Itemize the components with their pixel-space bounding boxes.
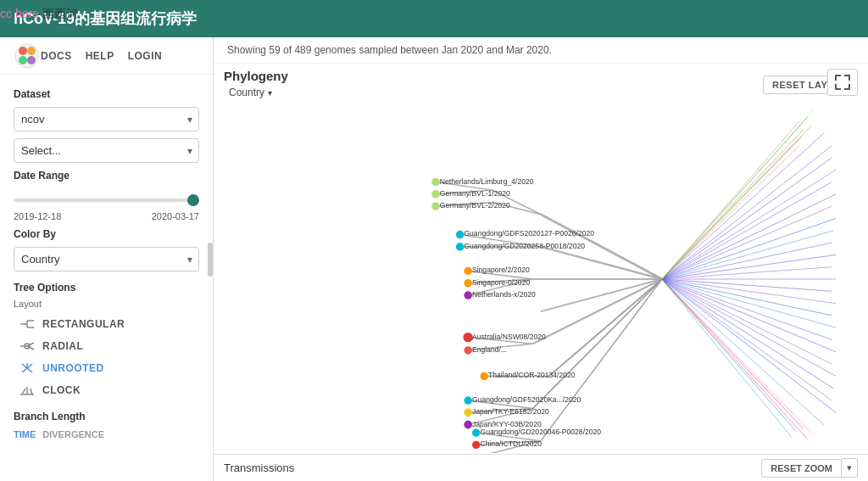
date-range-slider[interactable]	[14, 199, 199, 202]
svg-line-21	[31, 389, 32, 394]
radial-icon	[19, 339, 36, 353]
sidebar-resize-handle[interactable]	[208, 37, 213, 481]
clock-icon	[19, 383, 36, 397]
branch-length-label: Branch Length	[14, 411, 199, 422]
branch-time[interactable]: TIME	[14, 429, 36, 439]
svg-text:Beijing/2020: Beijing/2020	[480, 452, 520, 453]
country-filter-label: Country	[229, 87, 264, 98]
clock-label: CLOCK	[42, 384, 81, 396]
svg-point-81	[456, 231, 465, 239]
svg-line-13	[22, 364, 27, 368]
dataset-second-select[interactable]: Select...	[14, 138, 199, 163]
layout-radial[interactable]: RADIAL	[14, 336, 199, 356]
info-text: Showing 59 of 489 genomes sampled betwee…	[227, 44, 552, 56]
reset-zoom-button[interactable]: RESET ZOOM	[761, 459, 842, 478]
date-end: 2020-03-17	[152, 211, 199, 221]
main-area: Showing 59 of 489 genomes sampled betwee…	[214, 37, 868, 481]
svg-point-90	[464, 291, 472, 299]
svg-text:Guangdong/GDFS2020127-P0026/20: Guangdong/GDFS2020127-P0026/2020	[464, 229, 594, 238]
svg-point-115	[472, 428, 481, 437]
radial-label: RADIAL	[42, 340, 83, 352]
svg-text:Australia/NSW08/2020: Australia/NSW08/2020	[472, 333, 546, 341]
svg-text:Germany/BVL-1/2020: Germany/BVL-1/2020	[440, 189, 510, 198]
transmissions-bar: Transmissions RESET ZOOM ▾	[214, 454, 868, 481]
unrooted-icon	[19, 361, 36, 375]
svg-text:Guangdong/GD2020046-P0028/2020: Guangdong/GD2020046-P0028/2020	[480, 428, 601, 436]
nav-login[interactable]: LOGIN	[128, 50, 163, 62]
sidebar-nav: DOCS HELP LOGIN	[0, 37, 213, 75]
color-by-label: Color By	[14, 228, 199, 240]
date-range-section: Date Range 2019-12-18 2020-03-17	[14, 170, 199, 221]
svg-point-116	[472, 441, 481, 450]
tree-options-title: Tree Options	[14, 282, 199, 294]
sidebar-content: Dataset ncov Select... Date Range 2019-1…	[0, 75, 213, 481]
nav-links: DOCS HELP LOGIN	[41, 50, 162, 62]
branch-length-section: Branch Length TIME DIVERGENCE	[14, 411, 199, 439]
svg-text:Germany/BVL-2/2020: Germany/BVL-2/2020	[440, 201, 510, 210]
branch-options: TIME DIVERGENCE	[14, 429, 199, 439]
nav-help[interactable]: HELP	[86, 50, 114, 62]
svg-point-74	[431, 190, 440, 199]
watermark: cc here 西西河	[0, 7, 78, 22]
svg-point-1	[19, 47, 27, 55]
svg-text:Netherlands/Limburg_4/2020: Netherlands/Limburg_4/2020	[440, 176, 534, 185]
svg-text:Guangdong/GDF52020Ka.../2020: Guangdong/GDF52020Ka.../2020	[472, 395, 581, 404]
svg-text:Japan/TKY-E6182/2020: Japan/TKY-E6182/2020	[472, 407, 549, 416]
phylogeny-title: Phylogeny	[224, 69, 288, 83]
layout-unrooted[interactable]: UNROOTED	[14, 358, 199, 378]
country-filter[interactable]: Country ▾	[224, 85, 288, 100]
svg-text:Guangdong/GD2020258-P0018/2020: Guangdong/GD2020258-P0018/2020	[464, 242, 585, 250]
svg-line-14	[27, 364, 32, 368]
svg-text:Thailand/COR-20134/2020: Thailand/COR-20134/2020	[488, 371, 576, 379]
date-start: 2019-12-18	[14, 211, 61, 221]
nav-docs[interactable]: DOCS	[41, 50, 72, 62]
svg-point-88	[464, 267, 472, 276]
reset-zoom-wrapper: RESET ZOOM ▾	[761, 458, 858, 478]
color-by-select[interactable]: Country	[14, 247, 199, 271]
phylogeny-canvas[interactable]: Netherlands/Limburg_4/2020 Germany/BVL-1…	[214, 105, 868, 453]
svg-text:Singapore-0/2020: Singapore-0/2020	[472, 278, 530, 287]
sidebar: DOCS HELP LOGIN Dataset ncov Select... D…	[0, 37, 214, 481]
svg-point-4	[27, 56, 36, 64]
layout-label: Layout	[14, 299, 199, 309]
app-header: hCoV-19的基因组流行病学	[0, 0, 868, 37]
slider-container	[14, 188, 199, 208]
layout-clock[interactable]: CLOCK	[14, 380, 199, 400]
svg-text:China/ICTDU/2020: China/ICTDU/2020	[480, 439, 542, 448]
phylogeny-header: Phylogeny Country ▾ RESET LAYOUT	[214, 64, 868, 105]
branch-divergence[interactable]: DIVERGENCE	[42, 429, 104, 439]
svg-text:England/...: England/...	[472, 345, 507, 354]
expand-button[interactable]	[827, 69, 858, 96]
svg-line-19	[22, 389, 25, 394]
svg-text:Japan/KYY-03B/2020: Japan/KYY-03B/2020	[472, 420, 542, 428]
transmissions-label: Transmissions	[224, 461, 294, 474]
reset-zoom-dropdown[interactable]: ▾	[842, 458, 858, 478]
dataset-second-select-wrapper: Select...	[14, 138, 199, 163]
svg-line-15	[27, 368, 32, 372]
info-bar: Showing 59 of 489 genomes sampled betwee…	[214, 37, 868, 64]
layout-rectangular[interactable]: RECTANGULAR	[14, 314, 199, 334]
rectangular-icon	[19, 317, 36, 331]
dataset-select-wrapper: ncov	[14, 107, 199, 131]
dataset-label: Dataset	[14, 88, 199, 100]
svg-point-89	[464, 279, 472, 288]
svg-point-106	[464, 396, 472, 405]
watermark-chinese: 西西河	[42, 7, 78, 20]
svg-point-107	[464, 409, 472, 417]
country-filter-chevron: ▾	[268, 88, 272, 98]
layout-options: RECTANGULAR RADIAL	[14, 314, 199, 400]
app-body: DOCS HELP LOGIN Dataset ncov Select... D…	[0, 37, 868, 481]
svg-point-2	[27, 47, 36, 55]
date-labels: 2019-12-18 2020-03-17	[14, 211, 199, 221]
svg-line-16	[22, 368, 27, 372]
svg-point-73	[431, 178, 440, 187]
dataset-select[interactable]: ncov	[14, 107, 199, 131]
color-by-section: Color By Country	[14, 228, 199, 271]
color-by-select-wrapper: Country	[14, 247, 199, 271]
svg-point-82	[456, 243, 465, 251]
svg-text:Singapore/2/2020: Singapore/2/2020	[472, 266, 530, 274]
expand-icon	[834, 74, 851, 91]
svg-text:Netherlands-x/2020: Netherlands-x/2020	[472, 290, 536, 299]
date-range-label: Date Range	[14, 170, 199, 182]
unrooted-label: UNROOTED	[42, 362, 104, 374]
